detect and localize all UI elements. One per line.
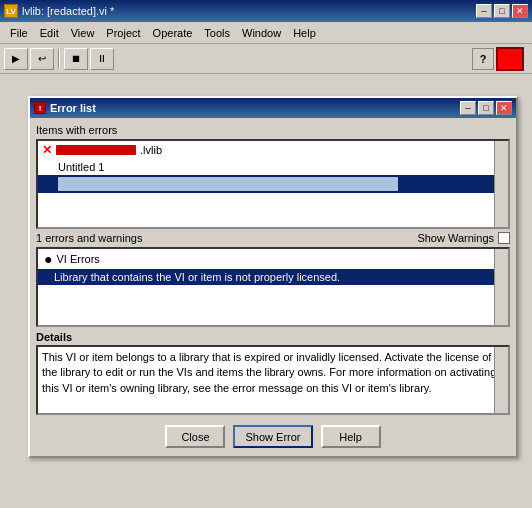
dialog-body: Items with errors ✕ .lvlib Untitled 1 bbox=[30, 118, 516, 456]
details-label: Details bbox=[36, 331, 510, 343]
show-warnings-label: Show Warnings bbox=[417, 232, 494, 244]
dialog-maximize-button[interactable]: □ bbox=[478, 101, 494, 115]
main-window-title: lvlib: [redacted].vi * bbox=[22, 5, 114, 17]
menu-help[interactable]: Help bbox=[287, 25, 322, 41]
error-dialog: ! Error list – □ ✕ Items with errors ✕ .… bbox=[28, 96, 518, 458]
dialog-controls: – □ ✕ bbox=[460, 101, 512, 115]
menu-view[interactable]: View bbox=[65, 25, 101, 41]
vi-errors-bullet: ● bbox=[44, 251, 52, 267]
items-list-scrollbar[interactable] bbox=[494, 141, 508, 227]
dialog-minimize-button[interactable]: – bbox=[460, 101, 476, 115]
errors-count: 1 errors and warnings bbox=[36, 232, 142, 244]
menu-edit[interactable]: Edit bbox=[34, 25, 65, 41]
vi-errors-title: VI Errors bbox=[56, 253, 99, 265]
item-suffix-1: .lvlib bbox=[140, 144, 162, 156]
menu-operate[interactable]: Operate bbox=[147, 25, 199, 41]
dialog-icon: ! bbox=[34, 102, 46, 114]
details-box: This VI or item belongs to a library tha… bbox=[36, 345, 510, 415]
dialog-title-left: ! Error list bbox=[34, 102, 96, 114]
menu-bar: File Edit View Project Operate Tools Win… bbox=[0, 22, 532, 44]
menu-window[interactable]: Window bbox=[236, 25, 287, 41]
title-bar-left: LV lvlib: [redacted].vi * bbox=[4, 4, 114, 18]
errors-bar: 1 errors and warnings Show Warnings bbox=[36, 229, 510, 247]
pause-button[interactable]: ⏸ bbox=[90, 48, 114, 70]
toolbar-separator bbox=[58, 49, 60, 69]
close-button[interactable]: ✕ bbox=[512, 4, 528, 18]
redacted-name-1 bbox=[56, 145, 136, 155]
error-indicator: ✕ bbox=[42, 143, 52, 157]
return-button[interactable]: ↩ bbox=[30, 48, 54, 70]
help-dialog-button[interactable]: Help bbox=[321, 425, 381, 448]
list-item[interactable]: ✕ .lvlib bbox=[38, 141, 508, 159]
close-dialog-button[interactable]: Close bbox=[165, 425, 225, 448]
run-button[interactable]: ▶ bbox=[4, 48, 28, 70]
minimize-button[interactable]: – bbox=[476, 4, 492, 18]
main-window: LV lvlib: [redacted].vi * – □ ✕ File Edi… bbox=[0, 0, 532, 508]
main-window-controls: – □ ✕ bbox=[476, 4, 528, 18]
vi-icon bbox=[496, 47, 524, 71]
menu-file[interactable]: File bbox=[4, 25, 34, 41]
vi-errors-list[interactable]: ● VI Errors Library that contains the VI… bbox=[36, 247, 510, 327]
show-warnings-checkbox[interactable] bbox=[498, 232, 510, 244]
app-icon: LV bbox=[4, 4, 18, 18]
menu-project[interactable]: Project bbox=[100, 25, 146, 41]
svg-text:!: ! bbox=[39, 104, 42, 113]
list-item[interactable]: Untitled 1 bbox=[38, 159, 508, 175]
item-name-2: Untitled 1 bbox=[58, 161, 104, 173]
main-title-bar: LV lvlib: [redacted].vi * – □ ✕ bbox=[0, 0, 532, 22]
dialog-close-button[interactable]: ✕ bbox=[496, 101, 512, 115]
show-error-button[interactable]: Show Error bbox=[233, 425, 312, 448]
details-text: This VI or item belongs to a library tha… bbox=[42, 351, 496, 394]
redacted-name-3 bbox=[58, 177, 398, 191]
details-section: Details This VI or item belongs to a lib… bbox=[36, 331, 510, 415]
stop-button[interactable]: ⏹ bbox=[64, 48, 88, 70]
maximize-button[interactable]: □ bbox=[494, 4, 510, 18]
items-list[interactable]: ✕ .lvlib Untitled 1 bbox=[36, 139, 510, 229]
vi-errors-scrollbar[interactable] bbox=[494, 249, 508, 325]
list-item-selected[interactable] bbox=[38, 175, 508, 193]
show-warnings-container: Show Warnings bbox=[417, 232, 510, 244]
dialog-title-bar: ! Error list – □ ✕ bbox=[30, 98, 516, 118]
toolbar: ▶ ↩ ⏹ ⏸ ? bbox=[0, 44, 532, 74]
items-section-label: Items with errors bbox=[36, 124, 510, 136]
menu-tools[interactable]: Tools bbox=[198, 25, 236, 41]
vi-errors-header: ● VI Errors bbox=[38, 249, 508, 269]
help-button[interactable]: ? bbox=[472, 48, 494, 70]
vi-error-item[interactable]: Library that contains the VI or item is … bbox=[38, 269, 508, 285]
details-scrollbar[interactable] bbox=[494, 347, 508, 413]
dialog-title-text: Error list bbox=[50, 102, 96, 114]
button-row: Close Show Error Help bbox=[36, 421, 510, 450]
